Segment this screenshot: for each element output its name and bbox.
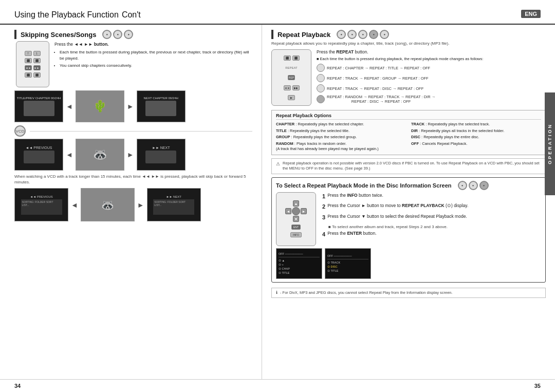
skip-instruction-text: Press the ◄◄ ►► button. Each time the bu…: [54, 41, 252, 87]
skip-raccoon-icon: 🦝: [93, 148, 107, 161]
steps-list: 1 Press the INFO button twice. 2 Press t…: [322, 192, 541, 246]
mode-vcd-text: REPEAT : TRACK → REPEAT : DISC → REPEAT …: [327, 86, 423, 91]
screen-1-title: ⊙ TITLE: [279, 271, 320, 274]
select-btn-row-2: INFO: [290, 232, 302, 237]
rbtn-skip-next: ►►: [33, 65, 41, 70]
mode-row-vcd: REPEAT : TRACK → REPEAT : DISC → REPEAT …: [317, 84, 546, 92]
d-pad-left[interactable]: ◄: [285, 208, 291, 214]
select-content: ▲ ▼ ◄ ► ENT INFO: [276, 192, 541, 246]
skip-desert-icon: 🌵: [93, 100, 107, 113]
step-3-text: Press the Cursor ▼ button to select the …: [327, 213, 541, 222]
screen-images-row: OFF ───────── ⊙ ▲ ⊙ + ⊙ CHAP ⊙ TITLE OFF…: [276, 248, 541, 279]
repeat-options-box: Repeat Playback Options CHAPTER : Repeat…: [271, 110, 546, 155]
select-disc-3: ●: [479, 181, 489, 190]
disc-icon-3: ●: [124, 30, 133, 39]
screen-2-item2-highlight: ⊙ DISC: [327, 265, 368, 268]
d-pad-down[interactable]: ▼: [293, 216, 299, 222]
rr-btn-repeat: REP: [288, 75, 295, 80]
option-dir: DIR : Repeatedly plays all tracks in the…: [411, 128, 541, 134]
skip-prev-screen: [24, 151, 54, 163]
skip-img-next-label: ►► NEXT: [137, 139, 186, 171]
screen-img-1: OFF ───────── ⊙ ▲ ⊙ + ⊙ CHAP ⊙ TITLE: [276, 248, 322, 279]
skip-bullet-1: Each time the button is pressed during p…: [60, 49, 252, 62]
mode-dvd-icon: [317, 64, 325, 72]
rbtn-info[interactable]: INFO: [290, 232, 302, 237]
page-num-left: 34: [14, 383, 21, 389]
d-pad-right[interactable]: ►: [301, 208, 307, 214]
skip-img-desert: 🌵: [76, 90, 124, 122]
skip-img-chapter-prev: TITLE/PREV CHAPTER 00/24H: [14, 90, 63, 122]
title-text: Using the Playback Function: [14, 10, 119, 19]
rr-btn-row-4: ▶: [288, 95, 295, 100]
screen-1-off: ⊙ ▲: [279, 259, 320, 262]
note-bullet-icon: ⚠: [276, 161, 280, 167]
divider-line: [30, 131, 252, 132]
option-title: TITLE : Repeatedly plays the selected ti…: [276, 128, 406, 134]
operation-sidebar: OPERATION: [545, 92, 555, 195]
repeat-options-grid: CHAPTER : Repeatedly plays the selected …: [276, 122, 541, 152]
select-remote-box: ▲ ▼ ◄ ► ENT INFO: [276, 192, 316, 246]
screen-1-line1: OFF ─────────: [279, 252, 320, 255]
skip-press-content: 7 1 ⬛ ⬛ ◄◄ ►► ⬛ ⬛: [14, 41, 252, 87]
page-num-right: 35: [534, 383, 541, 389]
repeat-section-title: Repeat Playback: [278, 31, 330, 39]
rr-btn-row-1: ⬛ ⬛: [284, 55, 300, 61]
repeat-disc-2: ●: [347, 30, 357, 39]
rr-btn-3: ◄◄: [284, 85, 291, 90]
skip-bullet-list: Each time the button is pressed during p…: [54, 49, 252, 69]
screen-2-content: ⊙ TRACK ⊙ DISC ⊙ TITLE: [327, 261, 368, 272]
repeat-note-line: ■ Each time the button is pressed during…: [317, 57, 546, 61]
disc-icon-1: ●: [102, 30, 112, 39]
option-random: RANDOM : Plays tracks in random order.(A…: [276, 141, 406, 152]
rbtn-2: 1: [33, 51, 41, 56]
step-4-text: Press the ENTER button.: [327, 230, 541, 239]
skip-arrow-right-1: ►: [127, 102, 134, 110]
remote-btn-row-4: ⬛ ⬛: [25, 72, 41, 78]
screen-1-chap: ⊙ +: [279, 263, 320, 266]
option-disc: DISC : Repeatedly plays the entire disc.: [411, 135, 541, 140]
operation-text: OPERATION: [547, 123, 552, 164]
right-column: Repeat Playback ● ● ● ● ● Repeat playbac…: [262, 25, 555, 379]
step-2-text: Press the Cursor ► button to move to REP…: [327, 202, 541, 212]
page: Using the Playback Function Con't ENG Sk…: [0, 0, 555, 392]
skip-section-title: Skipping Scenes/Songs: [21, 31, 96, 39]
d-pad-up[interactable]: ▲: [293, 200, 299, 207]
step-3-sub: ■ To select another album and track, rep…: [322, 224, 541, 231]
step-2-num: 2: [322, 202, 325, 212]
select-remote: ▲ ▼ ◄ ► ENT INFO: [276, 192, 317, 246]
repeat-main-content: ⬛ ⬛ REPEAT REP ◄◄ ▶▶ ▶: [271, 49, 546, 107]
mode-row-dvd: REPEAT : CHAPTER → REPEAT : TITLE → REPE…: [317, 64, 546, 72]
bottom-note-box: ℹ - For DivX, MP3 and JPEG discs, you ca…: [271, 288, 546, 298]
mode-vcd-icon: [317, 84, 325, 92]
skip-img-thumb-2: [145, 101, 176, 116]
skip-disc-icons: ● ● ●: [102, 30, 133, 39]
select-disc-2: ●: [469, 181, 478, 190]
remote-btn-row-2: ⬛ ⬛: [25, 58, 41, 63]
step-3-num: 3: [322, 213, 325, 222]
rr-btn-5: ▶: [288, 95, 295, 100]
skip-arrow-left-1: ◄: [66, 102, 73, 110]
skip-bullet-2: You cannot skip chapters consecutively.: [60, 63, 252, 69]
skip-screen-prev-content: SORTING: FOLDER SORTLIST...: [21, 199, 62, 215]
page-footer: 34 35: [0, 379, 555, 392]
rr-btn-2: ⬛: [292, 55, 300, 61]
screen-img-2: OFF ───────── ⊙ TRACK ⊙ DISC ⊙ TITLE: [325, 248, 371, 279]
select-section: To Select a Repeat Playback Mode in the …: [271, 177, 546, 283]
subtitle-text: Con't: [122, 10, 141, 19]
repeat-remote-box: ⬛ ⬛ REPEAT REP ◄◄ ▶▶ ▶: [271, 49, 311, 106]
step-1-text: Press the INFO button twice.: [327, 192, 541, 201]
repeat-caution-box: ⚠ Repeat playback operation is not possi…: [271, 158, 546, 174]
d-pad: ▲ ▼ ◄ ►: [285, 200, 307, 222]
d-pad-center: [292, 207, 300, 215]
screen-1-content: ⊙ ▲ ⊙ + ⊙ CHAP ⊙ TITLE: [279, 259, 320, 274]
screen-2-div: [327, 259, 368, 259]
repeat-press-line: Press the REPEAT button.: [317, 49, 546, 54]
rbtn-enter[interactable]: ENT: [291, 225, 301, 230]
bottom-note-icon: ℹ: [276, 290, 278, 296]
remote-btn-row-3: ◄◄ ►►: [25, 65, 41, 70]
step-3: 3 Press the Cursor ▼ button to select th…: [322, 213, 541, 222]
repeat-disc-icons: ● ● ● ● ●: [337, 30, 389, 39]
rr-btn-1: ⬛: [284, 55, 291, 61]
screen-2-line1: OFF ─────────: [327, 254, 368, 257]
repeat-disc-1: ●: [337, 30, 346, 39]
